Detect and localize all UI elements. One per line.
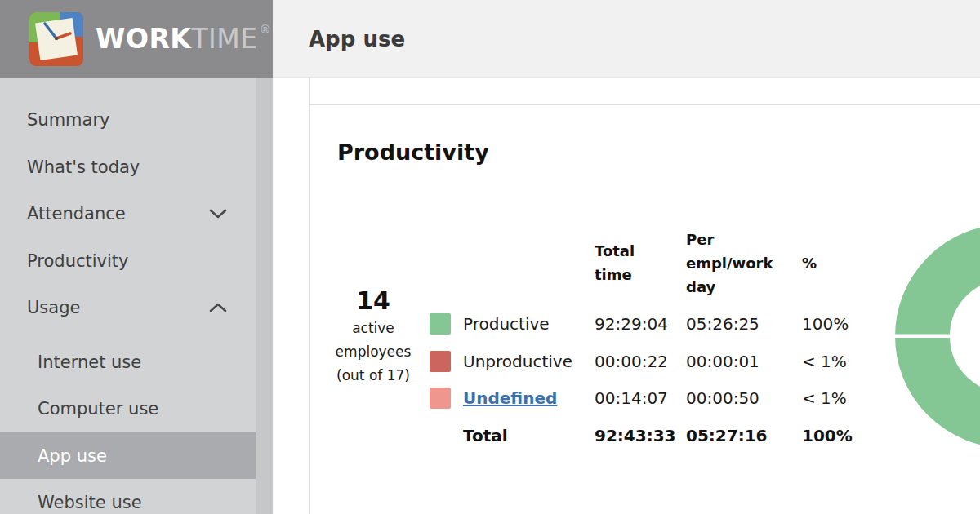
- total-row-label: Total: [463, 426, 595, 445]
- page-title: App use: [309, 27, 405, 51]
- wordmark-work: WORK: [96, 23, 191, 55]
- wordmark-time: TIME: [191, 23, 257, 55]
- worktime-wordmark: WORKTIME®: [96, 23, 271, 55]
- total-row-total-time: 92:43:33: [595, 426, 686, 445]
- productivity-donut-chart[interactable]: [893, 222, 980, 454]
- row-percent: < 1%: [802, 352, 867, 371]
- worktime-logo[interactable]: WORKTIME®: [0, 0, 273, 78]
- sidebar-item-attendance[interactable]: Attendance: [0, 190, 256, 237]
- column-header-total-time: Total time: [595, 239, 686, 286]
- sidebar-item-label: App use: [38, 446, 107, 466]
- sidebar-item-app-use[interactable]: App use: [0, 432, 256, 479]
- sidebar-item-label: What's today: [27, 157, 140, 177]
- sidebar-item-productivity[interactable]: Productivity: [0, 237, 256, 284]
- undefined-swatch: [430, 388, 451, 409]
- sidebar-item-label: Productivity: [27, 251, 129, 271]
- sidebar-item-label: Internet use: [38, 352, 141, 372]
- worktime-app-window: WORKTIME® App use Summary What's today A…: [0, 0, 980, 514]
- sidebar-item-label: Website use: [38, 493, 142, 512]
- donut-segment-gap: [893, 335, 954, 339]
- sidebar-item-internet-use[interactable]: Internet use: [0, 339, 256, 385]
- active-employees-caption: active employees (out of 17): [324, 317, 422, 388]
- sidebar-item-website-use[interactable]: Website use: [0, 479, 256, 514]
- sidebar-scrollbar[interactable]: [256, 78, 273, 514]
- table-row-swatch-cell: [430, 388, 463, 409]
- productivity-table: Total time Per empl/work day % Productiv…: [430, 220, 867, 454]
- sidebar-item-computer-use[interactable]: Computer use: [0, 385, 256, 432]
- row-percent: < 1%: [802, 388, 867, 408]
- sidebar-item-whats-today[interactable]: What's today: [0, 144, 256, 190]
- row-label: Unproductive: [463, 352, 595, 371]
- row-per-day: 05:26:25: [686, 314, 802, 334]
- chevron-down-icon: [209, 209, 227, 219]
- registered-mark: ®: [260, 23, 272, 36]
- productive-swatch: [430, 313, 451, 335]
- sidebar-nav: Summary What's today Attendance Producti…: [0, 78, 256, 514]
- sidebar-item-label: Usage: [27, 298, 80, 317]
- row-per-day: 00:00:01: [686, 352, 802, 371]
- unproductive-swatch: [430, 351, 451, 372]
- chevron-up-icon: [209, 303, 227, 312]
- sidebar-item-label: Attendance: [27, 204, 126, 224]
- total-row-percent: 100%: [802, 426, 867, 445]
- undefined-link[interactable]: Undefined: [463, 388, 557, 408]
- sidebar-item-label: Computer use: [38, 399, 158, 419]
- row-per-day: 00:00:50: [686, 388, 802, 408]
- row-total-time: 00:00:22: [595, 352, 686, 371]
- row-percent: 100%: [802, 314, 867, 334]
- active-employees-count: 14: [324, 286, 422, 317]
- sidebar-item-usage[interactable]: Usage: [0, 284, 256, 330]
- row-total-time: 00:14:07: [595, 388, 686, 408]
- active-employees-stat: 14 active employees (out of 17): [324, 286, 422, 388]
- column-header-per-empl-work-day: Per empl/work day: [686, 228, 802, 299]
- report-title: Productivity: [337, 140, 489, 165]
- total-row-per-day: 05:27:16: [686, 426, 802, 445]
- column-header-percent: %: [802, 251, 867, 275]
- row-label: Productive: [463, 314, 595, 334]
- top-bar: WORKTIME® App use: [0, 0, 980, 78]
- panel-left-border: [309, 78, 310, 514]
- row-total-time: 92:29:04: [595, 314, 686, 334]
- table-row-swatch-cell: [430, 313, 463, 335]
- panel-top-border: [310, 104, 980, 105]
- worktime-clock-icon: [29, 12, 83, 66]
- sidebar-item-label: Summary: [27, 110, 109, 130]
- sidebar-item-summary[interactable]: Summary: [0, 96, 256, 143]
- table-row-swatch-cell: [430, 351, 463, 372]
